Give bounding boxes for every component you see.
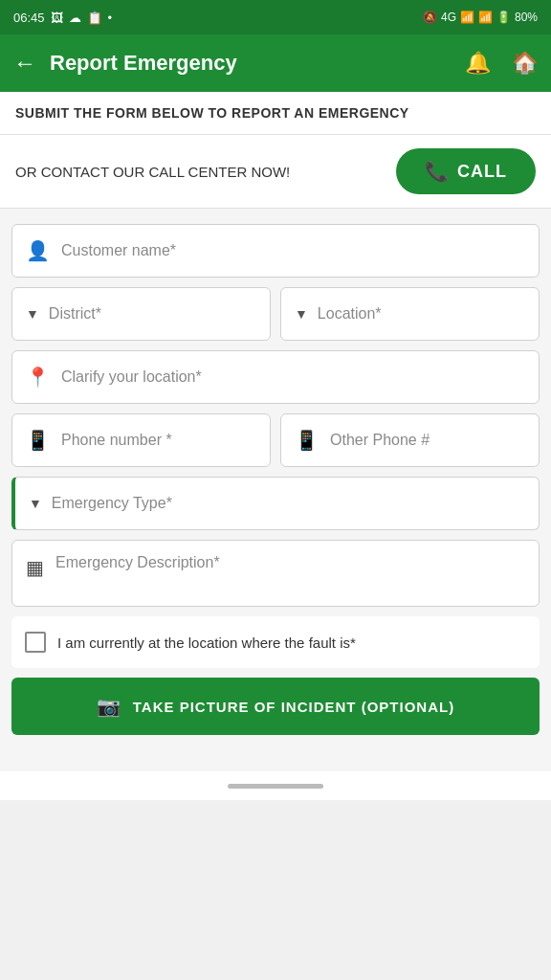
phone-icon: 📱 [26,429,50,452]
status-left: 06:45 🖼 ☁ 📋 • [13,11,112,25]
other-phone-field: 📱 [280,413,540,467]
take-picture-label: TAKE PICTURE OF INCIDENT (OPTIONAL) [133,699,454,715]
status-right: 🔕 4G 📶 📶 🔋 80% [423,11,538,24]
district-select[interactable]: ▼ District* [11,287,271,341]
signal-4g: 4G [441,11,456,24]
emergency-type-placeholder: Emergency Type* [52,495,172,512]
dot-indicator: • [108,11,113,25]
district-location-row: ▼ District* ▼ Location* [11,287,540,341]
call-row: OR CONTACT OUR CALL CENTER NOW! 📞 CALL [0,135,551,209]
signal-bars-2: 📶 [478,11,493,24]
app-bar: ← Report Emergency 🔔 🏠 [0,34,551,92]
call-label: CALL [457,162,507,182]
take-picture-button[interactable]: 📷 TAKE PICTURE OF INCIDENT (OPTIONAL) [11,678,540,735]
chevron-down-icon-3: ▼ [29,496,42,511]
phone-row: 📱 📱 [11,413,540,467]
status-time: 06:45 [13,11,45,25]
emergency-type-select[interactable]: ▼ Emergency Type* [11,477,540,530]
clarify-location-field: 📍 [11,350,540,404]
home-icon[interactable]: 🏠 [512,51,538,76]
call-button[interactable]: 📞 CALL [396,148,536,194]
battery-percent: 80% [515,11,538,24]
emergency-description-field: ▦ [11,540,540,607]
nav-bar [0,771,551,800]
location-checkbox-row: I am currently at the location where the… [11,616,540,668]
clarify-location-input[interactable] [61,368,525,386]
mute-icon: 🔕 [423,11,437,24]
content: SUBMIT THE FORM BELOW TO REPORT AN EMERG… [0,92,551,771]
gallery-icon: 🖼 [51,11,63,25]
call-center-text: OR CONTACT OUR CALL CENTER NOW! [15,164,290,180]
district-placeholder: District* [49,305,101,323]
chevron-down-icon: ▼ [26,306,39,322]
cloud-icon: ☁ [69,11,81,25]
customer-name-field: 👤 [11,224,540,278]
location-pin-icon: 📍 [26,366,50,389]
battery-icon: 🔋 [496,11,511,24]
emergency-description-input[interactable] [55,554,525,571]
grid-icon: ▦ [26,556,44,579]
status-bar: 06:45 🖼 ☁ 📋 • 🔕 4G 📶 📶 🔋 80% [0,0,551,34]
other-phone-icon: 📱 [295,429,319,452]
phone-number-field: 📱 [11,413,271,467]
phone-number-input[interactable] [61,432,256,449]
submit-banner: SUBMIT THE FORM BELOW TO REPORT AN EMERG… [0,92,551,135]
form-section: 👤 ▼ District* ▼ Location* 📍 📱 [0,216,551,743]
location-placeholder: Location* [318,305,382,323]
customer-name-input[interactable] [61,242,525,259]
location-checkbox[interactable] [25,632,46,653]
clipboard-icon: 📋 [87,11,102,25]
notification-icon[interactable]: 🔔 [465,51,491,76]
signal-bars-1: 📶 [460,11,474,24]
page-title: Report Emergency [50,51,444,76]
checkbox-label: I am currently at the location where the… [57,635,356,651]
nav-pill [228,784,323,789]
back-button[interactable]: ← [13,50,36,77]
submit-banner-text: SUBMIT THE FORM BELOW TO REPORT AN EMERG… [15,105,409,121]
other-phone-input[interactable] [330,432,525,449]
person-icon: 👤 [26,239,50,262]
call-phone-icon: 📞 [425,160,450,183]
camera-icon: 📷 [97,695,121,718]
location-select[interactable]: ▼ Location* [280,287,540,341]
chevron-down-icon-2: ▼ [295,306,308,322]
